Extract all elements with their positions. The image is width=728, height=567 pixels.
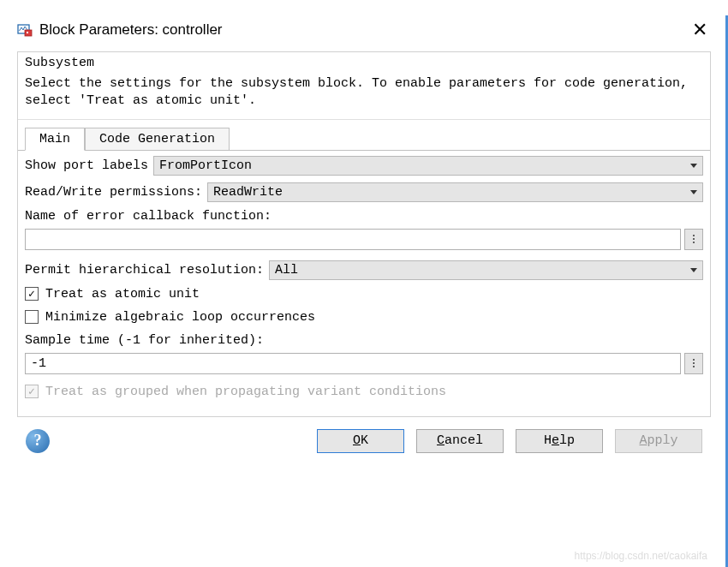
chevron-down-icon	[690, 268, 697, 272]
minimize-loop-row: Minimize algebraic loop occurrences	[25, 310, 703, 325]
help-icon[interactable]: ?	[26, 429, 50, 453]
tab-code-generation[interactable]: Code Generation	[85, 128, 230, 151]
section-description: Select the settings for the subsystem bl…	[18, 72, 710, 120]
minimize-loop-label: Minimize algebraic loop occurrences	[45, 310, 315, 325]
dialog-content: Subsystem Select the settings for the su…	[17, 51, 711, 417]
title-bar: Block Parameters: controller ✕	[17, 15, 711, 51]
ok-button[interactable]: OK	[317, 429, 404, 453]
chevron-down-icon	[690, 164, 697, 168]
sample-time-row	[25, 353, 703, 374]
watermark: https://blog.csdn.net/caokaifa	[575, 550, 707, 562]
button-bar: ? OK Cancel Help Apply	[17, 417, 711, 465]
treat-grouped-row: ✓ Treat as grouped when propagating vari…	[25, 385, 703, 399]
sample-time-label: Sample time (-1 for inherited):	[25, 333, 703, 348]
apply-button: Apply	[615, 429, 702, 453]
permit-hierarchical-value: All	[275, 263, 298, 278]
error-callback-label: Name of error callback function:	[25, 209, 703, 224]
show-port-labels-select[interactable]: FromPortIcon	[153, 156, 703, 176]
sample-time-input[interactable]	[25, 353, 681, 374]
permit-hierarchical-row: Permit hierarchical resolution: All	[25, 260, 703, 280]
error-callback-input[interactable]	[25, 229, 681, 250]
show-port-labels-row: Show port labels FromPortIcon	[25, 156, 703, 176]
treat-atomic-checkbox[interactable]: ✓	[25, 287, 39, 301]
tab-strip: Main Code Generation	[18, 127, 710, 151]
cancel-button[interactable]: Cancel	[416, 429, 504, 453]
simulink-block-icon	[17, 22, 33, 38]
show-port-labels-value: FromPortIcon	[159, 158, 252, 173]
tab-main[interactable]: Main	[25, 128, 85, 151]
rw-permissions-row: Read/Write permissions: ReadWrite	[25, 182, 703, 202]
permit-hierarchical-select[interactable]: All	[269, 260, 703, 280]
svg-rect-2	[27, 32, 28, 33]
show-port-labels-label: Show port labels	[25, 158, 148, 173]
error-callback-row	[25, 229, 703, 250]
treat-grouped-label: Treat as grouped when propagating varian…	[45, 385, 446, 399]
help-button[interactable]: Help	[516, 429, 603, 453]
rw-permissions-label: Read/Write permissions:	[25, 185, 202, 200]
chevron-down-icon	[690, 190, 697, 194]
rw-permissions-select[interactable]: ReadWrite	[207, 182, 703, 202]
sample-time-more-button[interactable]	[684, 353, 703, 374]
window-title: Block Parameters: controller	[39, 21, 223, 39]
section-header: Subsystem	[18, 51, 710, 72]
permit-hierarchical-label: Permit hierarchical resolution:	[25, 263, 264, 278]
treat-grouped-checkbox: ✓	[25, 385, 39, 398]
title-bar-left: Block Parameters: controller	[17, 21, 223, 39]
treat-atomic-row: ✓ Treat as atomic unit	[25, 287, 703, 301]
treat-atomic-label: Treat as atomic unit	[45, 287, 200, 301]
error-callback-more-button[interactable]	[684, 229, 703, 250]
form-body: Show port labels FromPortIcon Read/Write…	[18, 151, 710, 416]
close-button[interactable]: ✕	[689, 19, 711, 41]
minimize-loop-checkbox[interactable]	[25, 310, 39, 324]
rw-permissions-value: ReadWrite	[213, 185, 283, 200]
